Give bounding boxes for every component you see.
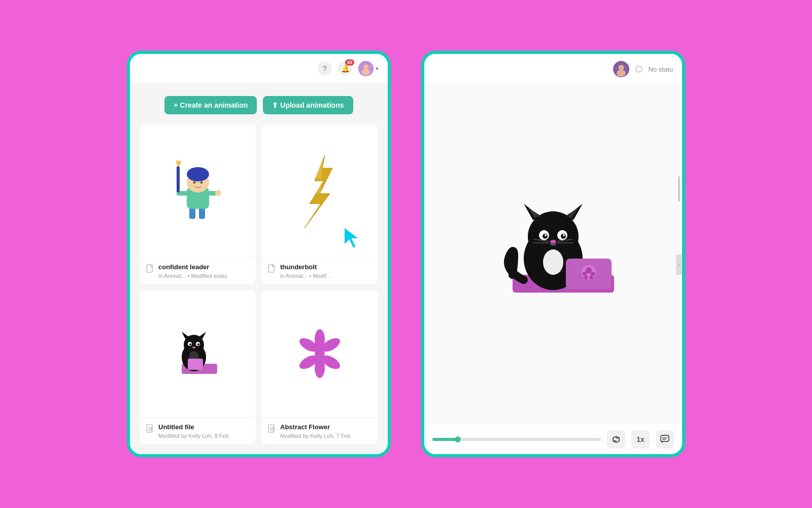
svg-point-1	[363, 65, 368, 70]
left-header: ? 🔔 93 ▾	[130, 54, 388, 84]
svg-point-12	[200, 181, 203, 183]
small-cat-illustration	[173, 331, 223, 376]
card-image-confident-leader	[140, 124, 256, 258]
scrollbar-arrow[interactable]: ›	[676, 255, 682, 275]
svg-point-64	[583, 272, 587, 276]
right-panel: No statu	[421, 51, 685, 457]
notifications-button[interactable]: 🔔 93	[338, 61, 352, 76]
card-title-untitled-file: Untitled file	[158, 423, 229, 432]
svg-point-53	[545, 234, 547, 236]
svg-point-54	[563, 234, 565, 236]
file-icon-untitled-file	[146, 424, 154, 433]
status-indicator	[635, 66, 642, 73]
comment-button[interactable]	[656, 430, 674, 449]
status-text: No statu	[649, 66, 673, 73]
right-header: No statu	[424, 54, 682, 85]
svg-point-55	[550, 240, 556, 244]
create-animation-button[interactable]: + Create an animation	[164, 96, 257, 114]
avatar	[358, 61, 374, 76]
action-bar: + Create an animation ⬆ Upload animation…	[140, 96, 378, 114]
card-footer-untitled-file: Untitled file Modified by Kelly Loh, 8 F…	[140, 418, 256, 444]
svg-point-67	[590, 275, 593, 279]
right-canvas: ›	[424, 85, 682, 424]
svg-point-29	[149, 428, 152, 431]
card-abstract-flower[interactable]: Abstract Flower Modified by Kelly Loh, 7…	[262, 290, 378, 444]
file-icon-abstract-flower	[268, 424, 276, 433]
card-untitled-file[interactable]: Untitled file Modified by Kelly Loh, 8 F…	[140, 290, 256, 444]
user-avatar-group[interactable]: ▾	[358, 61, 379, 76]
card-sub-abstract-flower: Modified by Kelly Loh, 7 Feb	[280, 433, 351, 439]
svg-point-66	[585, 275, 588, 279]
svg-point-2	[362, 69, 370, 75]
player-footer: 1x	[424, 424, 682, 454]
card-image-abstract-flower	[262, 290, 378, 418]
scroll-indicator	[678, 176, 680, 202]
svg-point-60	[543, 249, 563, 275]
help-button[interactable]: ?	[318, 61, 332, 76]
speed-button[interactable]: 1x	[631, 430, 650, 449]
svg-point-8	[215, 190, 221, 196]
svg-point-24	[197, 343, 199, 345]
svg-point-63	[586, 267, 592, 273]
card-confident-leader[interactable]: confident leader in Animat... • Modified…	[140, 124, 256, 284]
notification-badge: 93	[345, 59, 354, 66]
card-title-abstract-flower: Abstract Flower	[280, 423, 351, 432]
thunderbolt-illustration	[299, 153, 340, 229]
left-content: + Create an animation ⬆ Upload animation…	[130, 84, 388, 454]
card-sub-untitled-file: Modified by Kelly Loh, 8 Feb	[158, 433, 229, 439]
card-title-thunderbolt: thunderbolt	[280, 263, 331, 272]
confident-leader-illustration	[173, 158, 223, 224]
card-thunderbolt[interactable]: thunderbolt in Animat... • Modif...	[262, 124, 378, 284]
animation-grid: confident leader in Animat... • Modified…	[140, 124, 378, 444]
svg-point-41	[617, 70, 626, 77]
progress-bar[interactable]	[432, 438, 601, 441]
file-icon-confident-leader	[146, 264, 154, 273]
chevron-down-icon: ▾	[376, 65, 379, 72]
svg-point-23	[189, 343, 191, 345]
svg-rect-15	[268, 265, 274, 272]
svg-point-25	[192, 346, 195, 348]
svg-point-38	[270, 428, 274, 431]
card-image-untitled-file	[140, 290, 256, 418]
right-avatar	[613, 61, 629, 77]
card-footer-confident-leader: confident leader in Animat... • Modified…	[140, 258, 256, 284]
card-image-thunderbolt	[262, 124, 378, 258]
svg-rect-14	[147, 265, 152, 272]
svg-point-65	[591, 272, 595, 276]
svg-rect-27	[188, 359, 203, 370]
file-icon-thunderbolt	[268, 264, 276, 273]
svg-point-36	[315, 348, 325, 359]
card-sub-confident-leader: in Animat... • Modified today	[158, 273, 227, 279]
card-title-confident-leader: confident leader	[158, 263, 227, 272]
svg-point-10	[187, 167, 209, 181]
svg-rect-68	[661, 435, 669, 441]
progress-fill	[432, 438, 458, 441]
svg-point-11	[193, 181, 196, 183]
upload-animations-button[interactable]: ⬆ Upload animations	[263, 96, 353, 114]
loop-button[interactable]	[607, 430, 625, 449]
svg-rect-13	[177, 166, 180, 193]
card-sub-thunderbolt: in Animat... • Modif...	[280, 273, 331, 279]
svg-point-40	[618, 65, 624, 71]
card-footer-abstract-flower: Abstract Flower Modified by Kelly Loh, 7…	[262, 418, 378, 444]
left-panel: ? 🔔 93 ▾ + Create an animation ⬆ Upload …	[127, 51, 391, 457]
flower-illustration	[294, 328, 345, 379]
cat-scene-illustration	[482, 199, 624, 310]
progress-dot	[455, 436, 461, 442]
card-footer-thunderbolt: thunderbolt in Animat... • Modif...	[262, 258, 378, 284]
